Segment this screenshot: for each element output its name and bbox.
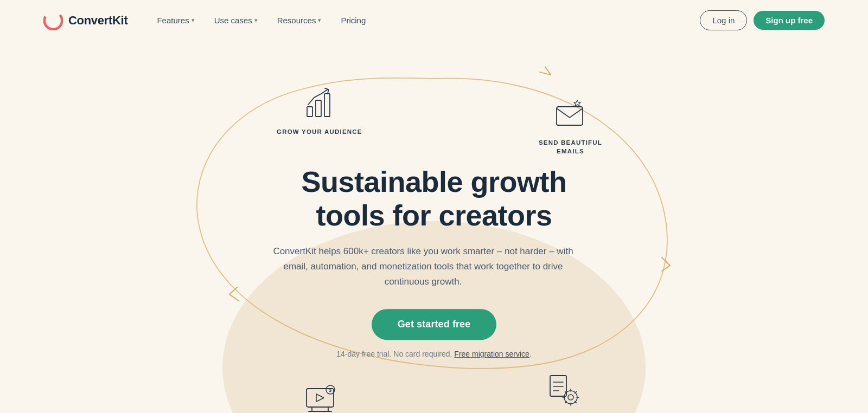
login-button[interactable]: Log in [700, 10, 747, 30]
logo[interactable]: ConvertKit [43, 11, 127, 30]
feature-grow: Grow Your Audience [277, 84, 362, 136]
svg-line-19 [575, 402, 577, 403]
feature-earn: $ Earn An [301, 379, 339, 413]
svg-text:$: $ [329, 388, 331, 393]
hero-title: Sustainable growth tools for creators [271, 165, 597, 232]
nav-resources[interactable]: Resources ▾ [270, 11, 329, 29]
svg-line-20 [575, 391, 577, 393]
navigation: ConvertKit Features ▾ Use cases ▾ Resour… [0, 0, 868, 41]
get-started-button[interactable]: Get started free [372, 309, 497, 340]
logo-icon [43, 11, 63, 30]
grow-label: Grow Your Audience [277, 127, 362, 136]
email-label: Send BeautifulEmails [539, 138, 602, 156]
svg-rect-2 [316, 100, 321, 117]
nav-pricing[interactable]: Pricing [333, 11, 373, 29]
chevron-down-icon: ▾ [318, 17, 321, 24]
svg-point-0 [44, 11, 62, 29]
hero-subtitle: ConvertKit helps 600k+ creators like you… [271, 244, 575, 289]
chevron-down-icon: ▾ [254, 17, 258, 24]
automate-icon [544, 370, 582, 408]
nav-features[interactable]: Features ▾ [149, 11, 202, 29]
migration-link[interactable]: Free migration service [454, 350, 529, 359]
chevron-down-icon: ▾ [192, 17, 195, 24]
nav-actions: Log in Sign up free [700, 10, 825, 30]
svg-rect-1 [307, 107, 312, 117]
hero-trial-text: 14-day free trial. No card required. Fre… [271, 350, 597, 359]
hero-content: Sustainable growth tools for creators Co… [271, 165, 597, 358]
nav-links: Features ▾ Use cases ▾ Resources ▾ Prici… [149, 11, 700, 29]
hero-wrapper: Grow Your Audience Send BeautifulEmails … [108, 51, 760, 413]
grow-icon [301, 84, 339, 122]
signup-button[interactable]: Sign up free [754, 11, 825, 30]
svg-rect-8 [550, 376, 566, 396]
email-icon [551, 95, 589, 133]
logo-text: ConvertKit [68, 14, 127, 28]
svg-point-13 [568, 395, 573, 400]
feature-email: Send BeautifulEmails [539, 95, 602, 156]
earn-icon: $ [301, 379, 339, 413]
feature-automate: Automate YourMarketing [531, 370, 594, 413]
nav-use-cases[interactable]: Use cases ▾ [207, 11, 265, 29]
svg-rect-3 [324, 94, 330, 117]
hero-section: Grow Your Audience Send BeautifulEmails … [0, 41, 868, 413]
svg-line-21 [565, 402, 567, 403]
svg-rect-4 [557, 107, 583, 125]
